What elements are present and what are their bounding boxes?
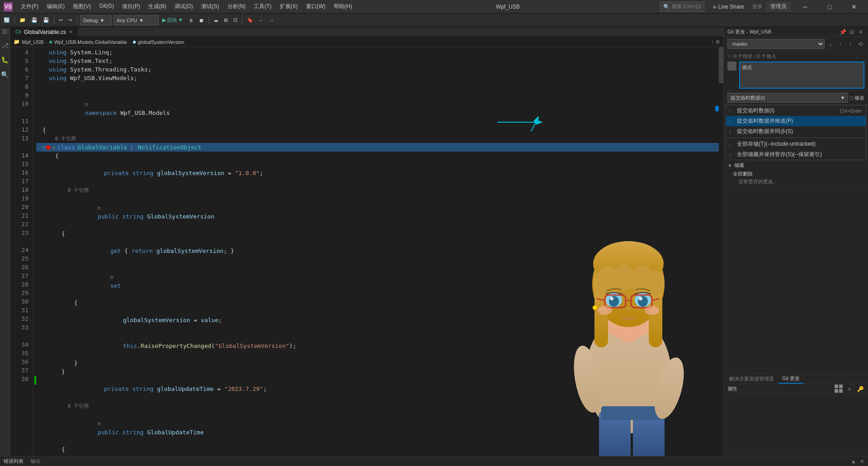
breadcrumb-actions: ↑ ⊞ [712,39,720,45]
tab-output[interactable]: 输出 [31,458,41,465]
branch-select[interactable]: master [727,39,825,49]
commit-dropdown-button[interactable]: 提交临时数据(I) ▼ [727,93,848,103]
breadcrumb-namespace[interactable]: Wpf_USB.Models.GlobalVariable [54,39,127,45]
menu-debug[interactable]: 调试(D) [171,2,197,11]
close-button[interactable]: ✕ [844,0,864,14]
code-line-9: ⊟ namespace Wpf_USB.Models [36,91,720,126]
code-editor[interactable]: 4 5 6 7 8 9 10 · 11 12 13 · 14 15 [10,47,723,456]
tab-git-changes[interactable]: Git 更改 [778,374,803,384]
code-line-16: get { return globalSystemVersion; } [36,238,720,264]
undo-btn[interactable]: ↩ [57,15,65,25]
modify-checkbox[interactable]: □ 修改 [850,95,864,101]
title-bar: VS 文件(F) 编辑(E) 视图(V) Git(G) 项目(P) 生成(B) … [0,0,868,14]
collapse-icon-14[interactable]: ⊟ [98,205,100,210]
redo-btn[interactable]: ↪ [66,15,74,25]
breadcrumb-member[interactable]: globalSystemVersion [138,39,184,45]
prop-grid-icon[interactable] [835,385,843,393]
toolbar-sep-5 [242,17,242,24]
nav-back-btn[interactable]: ← [257,15,265,25]
breadcrumb-action-up[interactable]: ↑ [712,39,714,45]
menu-git[interactable]: Git(G) [95,2,118,11]
live-share-button[interactable]: ◈ Live Share [708,3,749,11]
menu-extensions[interactable]: 扩展(X) [276,2,302,11]
git-panel-arrow-icon[interactable]: ⊟ [848,29,855,36]
breadcrumb-action-split[interactable]: ⊞ [716,39,720,45]
ctx-commit-sync[interactable]: ↑ 提交临时数据并同步(S) [726,126,866,137]
code-line-11: ⊟ ⚠ class GlobalVariable : NotificationO… [36,143,720,152]
toolbar-btn-1[interactable]: ☁ [212,15,220,25]
save-all-btn[interactable]: 💾 [41,15,51,25]
bottom-panel-up[interactable]: ▲ [851,458,856,465]
ctx-commit[interactable]: ↑ 提交临时数据(I) Ctrl+Enter [726,105,866,116]
collapse-icon-17[interactable]: ⊟ [110,275,113,280]
menu-view[interactable]: 视图(V) [69,2,94,11]
git-pull-icon[interactable]: ↑ [836,40,844,48]
git-sync-icon[interactable]: ⟲ [856,40,864,48]
collapse-icon-24[interactable]: ⊟ [98,421,100,426]
tab-globalvariable[interactable]: C# GlobalVariable.cs ✕ [10,27,78,37]
minimize-button[interactable]: ─ [795,0,816,14]
collapse-icon-11[interactable]: ⊟ [42,143,45,152]
login-button[interactable]: 登录 [752,3,762,10]
ctx-stash-all[interactable]: ↑ 全部存储(T)(--include-untracked) [726,139,866,149]
collapse-icon-9[interactable]: ⊟ [85,102,88,107]
commit-message-input[interactable]: 测试 [739,62,864,89]
open-btn[interactable]: 📁 [18,15,28,25]
solution-git-tabs: 解决方案资源管理器 Git 更改 [724,374,868,384]
pause-btn[interactable]: ⏸ [187,15,195,25]
platform-dropdown[interactable]: Any CPU ▼ [113,15,159,25]
code-line-15: { [36,229,720,238]
prop-key-icon[interactable]: 🔑 [856,385,864,393]
ctx-stash-keep[interactable]: ↑ 全部储藏并保持暂存(S)(--保留索引) [726,149,866,160]
method-icon: ◈ [49,39,52,45]
menu-help[interactable]: 帮助(H) [330,2,356,11]
save-btn[interactable]: 💾 [29,15,39,25]
prop-sort-icon[interactable]: ≡ [845,385,854,393]
toolbar-btn-2[interactable]: ⊞ [222,15,230,25]
menu-analyze[interactable]: 分析(N) [224,2,250,11]
menu-window[interactable]: 窗口(W) [302,2,329,11]
git-fetch-icon[interactable]: ↓ [826,40,835,48]
bookmark-btn[interactable]: 🔖 [245,15,255,25]
run-button[interactable]: ▶ 启动 ▼ [160,15,185,25]
activity-server-icon[interactable]: ⊟ [1,29,9,34]
menu-test[interactable]: 测试(S) [198,2,223,11]
warning-icon-11: ⚠ [52,143,56,152]
bottom-panel-close[interactable]: ✕ [860,458,864,465]
stash-delete-all[interactable]: 全部删除 [733,171,864,177]
activity-debug-icon[interactable]: 🐛 [1,56,9,64]
stop-btn[interactable]: ⏹ [197,15,206,25]
menu-build[interactable]: 生成(B) [145,2,170,11]
scrollbar-thumb[interactable] [719,47,723,83]
activity-git-icon[interactable]: ⎇ [1,42,9,49]
menu-edit[interactable]: 编辑(E) [43,2,68,11]
menu-tools[interactable]: 工具(T) [250,2,275,11]
toolbar-btn-3[interactable]: ⊡ [231,15,239,25]
activity-search-icon[interactable]: 🔍 [1,71,9,79]
code-line-5: using System.Text; [36,57,720,65]
git-panel-pin-icon[interactable]: 📌 [839,29,846,36]
breadcrumb-project[interactable]: Wpf_USB [22,39,43,45]
tab-filename: GlobalVariable.cs [24,29,66,35]
green-bar-23 [34,376,36,385]
stash-collapse-icon[interactable]: ▼ [727,163,732,168]
tab-close-icon[interactable]: ✕ [69,29,72,34]
properties-panel: 属性 ≡ [724,384,868,456]
git-push-icon[interactable]: ↑ [846,40,854,48]
debug-config-dropdown[interactable]: Debug ▼ [80,15,112,25]
nav-fwd-btn[interactable]: → [267,15,276,25]
menu-project[interactable]: 项目(P) [118,2,144,11]
new-project-btn[interactable]: 🔄 [2,15,12,25]
git-panel-close-icon[interactable]: ✕ [857,29,864,36]
tab-solution-explorer[interactable]: 解决方案资源管理器 [726,375,778,383]
vertical-scrollbar[interactable] [719,47,723,456]
tab-error-list[interactable]: 错误列表 [4,458,24,465]
code-content[interactable]: using System.Linq; using System.Text; us… [33,47,723,456]
stash-section: ▼ 储藏 全部删除 没有暂存的更改。 [724,160,868,187]
ctx-commit-push[interactable]: ↑ 提交临时数据并推送(P) [726,116,866,126]
menu-file[interactable]: 文件(F) [17,2,42,11]
maximize-button[interactable]: □ [819,0,840,14]
admin-button[interactable]: 管理员 [766,2,791,11]
code-line-ref-2: 0 个引用 [36,186,720,195]
search-box[interactable]: 🔍 搜索 (Ctrl+Q) [660,2,704,12]
